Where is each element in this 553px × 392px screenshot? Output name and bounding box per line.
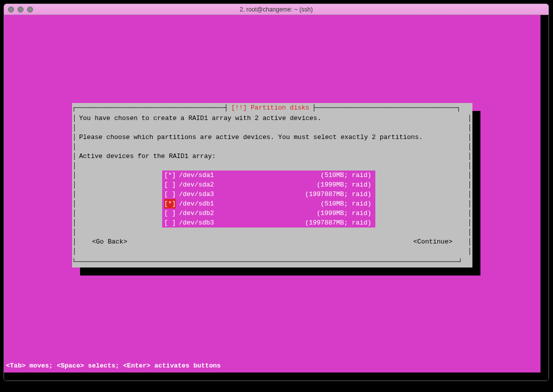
dialog-title: [!!] Partition disks (228, 104, 312, 112)
partition-row[interactable]: [*]/dev/sdb1(510MB; raid) (162, 199, 375, 208)
partition-row[interactable]: [ ]/dev/sda3(1997887MB; raid) (162, 190, 375, 199)
minimize-icon[interactable] (18, 6, 24, 12)
partition-row[interactable]: [ ]/dev/sda2(1999MB; raid) (162, 180, 375, 190)
checkbox-icon[interactable]: [ ] (164, 208, 176, 218)
go-back-button[interactable]: <Go Back> (92, 237, 127, 246)
dialog-text-2: Please choose which partitions are activ… (77, 132, 467, 142)
partition-device: /dev/sda2 (176, 180, 214, 190)
partition-info: (1999MB; raid) (317, 180, 375, 190)
dialog-border-top: ┌──────────────────────────────────────┤… (72, 103, 472, 112)
checkbox-icon[interactable]: [*] (164, 199, 176, 208)
partition-info: (1997887MB; raid) (305, 190, 375, 199)
partition-device: /dev/sdb2 (176, 208, 214, 218)
window-title: 2. root@changeme: ~ (ssh) (4, 6, 548, 13)
partition-info: (1997887MB; raid) (305, 218, 375, 228)
partition-device: /dev/sda1 (176, 170, 214, 180)
window-controls (8, 6, 33, 12)
partition-device: /dev/sda3 (176, 190, 214, 199)
partition-row[interactable]: [ ]/dev/sdb3(1997887MB; raid) (162, 218, 375, 228)
status-bar: <Tab> moves; <Space> selects; <Enter> ac… (4, 361, 540, 372)
dialog-text-3: Active devices for the RAID1 array: (77, 152, 467, 161)
terminal-frame: ┌──────────────────────────────────────┤… (4, 15, 548, 380)
partition-row[interactable]: [*]/dev/sda1(510MB; raid) (162, 170, 375, 180)
partition-info: (1999MB; raid) (317, 208, 375, 218)
partition-info: (510MB; raid) (321, 199, 375, 208)
checkbox-icon[interactable]: [*] (164, 170, 176, 180)
partition-device: /dev/sdb3 (176, 218, 214, 228)
dialog-text-1: You have chosen to create a RAID1 array … (77, 114, 467, 123)
terminal-window: 2. root@changeme: ~ (ssh) ┌─────────────… (4, 4, 549, 381)
checkbox-icon[interactable]: [ ] (164, 180, 176, 190)
window-titlebar: 2. root@changeme: ~ (ssh) (4, 4, 548, 15)
dialog-border-bottom: └───────────────────────────────────────… (72, 258, 472, 268)
partition-device: /dev/sdb1 (176, 199, 214, 208)
partition-row[interactable]: [ ]/dev/sdb2(1999MB; raid) (162, 208, 375, 218)
partition-dialog: ┌──────────────────────────────────────┤… (72, 103, 472, 268)
continue-button[interactable]: <Continue> (413, 237, 452, 246)
checkbox-icon[interactable]: [ ] (164, 218, 176, 228)
checkbox-icon[interactable]: [ ] (164, 190, 176, 199)
partition-info: (510MB; raid) (321, 170, 375, 180)
close-icon[interactable] (8, 6, 14, 12)
zoom-icon[interactable] (27, 6, 33, 12)
terminal-viewport[interactable]: ┌──────────────────────────────────────┤… (4, 15, 540, 372)
